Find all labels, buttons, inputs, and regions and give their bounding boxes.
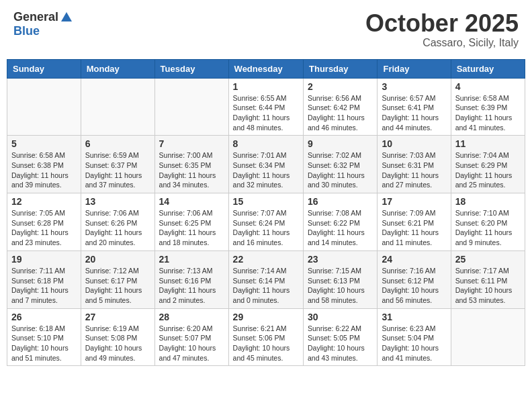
day-number: 11	[455, 138, 521, 149]
day-info: Sunrise: 7:01 AM Sunset: 6:34 PM Dayligh…	[233, 150, 299, 190]
day-info: Sunrise: 7:02 AM Sunset: 6:32 PM Dayligh…	[308, 150, 373, 190]
header-monday: Monday	[81, 59, 154, 78]
day-number: 30	[308, 312, 373, 322]
day-info: Sunrise: 7:10 AM Sunset: 6:20 PM Dayligh…	[455, 208, 521, 248]
table-row: 9Sunrise: 7:02 AM Sunset: 6:32 PM Daylig…	[304, 136, 378, 193]
day-info: Sunrise: 7:16 AM Sunset: 6:12 PM Dayligh…	[382, 266, 446, 306]
day-number: 8	[233, 138, 299, 149]
day-number: 4	[455, 81, 521, 92]
day-number: 7	[159, 138, 224, 149]
table-row: 30Sunrise: 6:22 AM Sunset: 5:05 PM Dayli…	[304, 308, 378, 366]
table-row: 12Sunrise: 7:05 AM Sunset: 6:28 PM Dayli…	[7, 193, 81, 251]
table-row: 22Sunrise: 7:14 AM Sunset: 6:14 PM Dayli…	[228, 250, 303, 308]
calendar-row: 12Sunrise: 7:05 AM Sunset: 6:28 PM Dayli…	[7, 193, 525, 251]
month-title: October 2025	[365, 10, 519, 37]
day-number: 24	[382, 254, 446, 265]
day-info: Sunrise: 7:06 AM Sunset: 6:25 PM Dayligh…	[159, 208, 224, 248]
day-info: Sunrise: 7:14 AM Sunset: 6:14 PM Dayligh…	[233, 266, 299, 306]
logo-blue-text: Blue	[13, 24, 40, 38]
day-number: 10	[382, 138, 446, 149]
day-number: 19	[11, 254, 77, 265]
day-info: Sunrise: 6:55 AM Sunset: 6:44 PM Dayligh…	[233, 93, 299, 133]
table-row: 28Sunrise: 6:20 AM Sunset: 5:07 PM Dayli…	[154, 308, 228, 366]
day-info: Sunrise: 7:05 AM Sunset: 6:28 PM Dayligh…	[11, 208, 77, 248]
table-row: 13Sunrise: 7:06 AM Sunset: 6:26 PM Dayli…	[81, 193, 154, 251]
header-sunday: Sunday	[7, 59, 81, 78]
day-number: 2	[308, 81, 373, 92]
day-info: Sunrise: 6:58 AM Sunset: 6:39 PM Dayligh…	[455, 93, 521, 133]
table-row: 14Sunrise: 7:06 AM Sunset: 6:25 PM Dayli…	[154, 193, 228, 251]
table-row: 15Sunrise: 7:07 AM Sunset: 6:24 PM Dayli…	[228, 193, 303, 251]
day-info: Sunrise: 7:06 AM Sunset: 6:26 PM Dayligh…	[85, 208, 150, 248]
day-number: 1	[233, 81, 299, 92]
logo: General Blue	[13, 10, 73, 38]
day-number: 12	[11, 196, 77, 207]
day-number: 29	[233, 312, 299, 322]
day-number: 9	[308, 138, 373, 149]
table-row: 11Sunrise: 7:04 AM Sunset: 6:29 PM Dayli…	[451, 136, 525, 193]
day-number: 25	[455, 254, 521, 265]
day-number: 26	[11, 312, 77, 322]
header-friday: Friday	[378, 59, 451, 78]
table-row: 3Sunrise: 6:57 AM Sunset: 6:41 PM Daylig…	[378, 78, 451, 136]
day-info: Sunrise: 7:03 AM Sunset: 6:31 PM Dayligh…	[382, 150, 446, 190]
calendar-row: 26Sunrise: 6:18 AM Sunset: 5:10 PM Dayli…	[7, 308, 525, 366]
day-info: Sunrise: 6:21 AM Sunset: 5:06 PM Dayligh…	[233, 324, 299, 363]
svg-marker-0	[61, 12, 72, 21]
calendar-row: 1Sunrise: 6:55 AM Sunset: 6:44 PM Daylig…	[7, 78, 525, 136]
day-number: 22	[233, 254, 299, 265]
table-row: 26Sunrise: 6:18 AM Sunset: 5:10 PM Dayli…	[7, 308, 81, 366]
day-info: Sunrise: 7:00 AM Sunset: 6:35 PM Dayligh…	[159, 150, 224, 190]
day-number: 23	[308, 254, 373, 265]
day-number: 31	[382, 312, 446, 322]
day-number: 6	[85, 138, 150, 149]
day-number: 18	[455, 196, 521, 207]
day-info: Sunrise: 6:22 AM Sunset: 5:05 PM Dayligh…	[308, 324, 373, 363]
day-info: Sunrise: 6:57 AM Sunset: 6:41 PM Dayligh…	[382, 93, 446, 133]
day-number: 21	[159, 254, 224, 265]
table-row: 29Sunrise: 6:21 AM Sunset: 5:06 PM Dayli…	[228, 308, 303, 366]
day-info: Sunrise: 7:09 AM Sunset: 6:21 PM Dayligh…	[382, 208, 446, 248]
table-row: 23Sunrise: 7:15 AM Sunset: 6:13 PM Dayli…	[304, 250, 378, 308]
calendar-row: 19Sunrise: 7:11 AM Sunset: 6:18 PM Dayli…	[7, 250, 525, 308]
table-row	[451, 308, 525, 366]
day-info: Sunrise: 6:19 AM Sunset: 5:08 PM Dayligh…	[85, 324, 150, 363]
table-row: 18Sunrise: 7:10 AM Sunset: 6:20 PM Dayli…	[451, 193, 525, 251]
page-header: General Blue October 2025 Cassaro, Sicil…	[7, 7, 525, 52]
table-row	[81, 78, 154, 136]
day-info: Sunrise: 6:56 AM Sunset: 6:42 PM Dayligh…	[308, 93, 373, 133]
header-saturday: Saturday	[451, 59, 525, 78]
day-number: 28	[159, 312, 224, 322]
day-info: Sunrise: 7:11 AM Sunset: 6:18 PM Dayligh…	[11, 266, 77, 306]
day-number: 3	[382, 81, 446, 92]
table-row: 24Sunrise: 7:16 AM Sunset: 6:12 PM Dayli…	[378, 250, 451, 308]
day-number: 5	[11, 138, 77, 149]
table-row: 17Sunrise: 7:09 AM Sunset: 6:21 PM Dayli…	[378, 193, 451, 251]
header-thursday: Thursday	[304, 59, 378, 78]
day-number: 14	[159, 196, 224, 207]
table-row: 8Sunrise: 7:01 AM Sunset: 6:34 PM Daylig…	[228, 136, 303, 193]
day-number: 13	[85, 196, 150, 207]
table-row: 10Sunrise: 7:03 AM Sunset: 6:31 PM Dayli…	[378, 136, 451, 193]
day-info: Sunrise: 6:23 AM Sunset: 5:04 PM Dayligh…	[382, 324, 446, 363]
table-row: 31Sunrise: 6:23 AM Sunset: 5:04 PM Dayli…	[378, 308, 451, 366]
day-info: Sunrise: 7:13 AM Sunset: 6:16 PM Dayligh…	[159, 266, 224, 306]
day-number: 16	[308, 196, 373, 207]
table-row: 27Sunrise: 6:19 AM Sunset: 5:08 PM Dayli…	[81, 308, 154, 366]
calendar-header-row: Sunday Monday Tuesday Wednesday Thursday…	[7, 59, 525, 78]
day-info: Sunrise: 7:12 AM Sunset: 6:17 PM Dayligh…	[85, 266, 150, 306]
calendar-table: Sunday Monday Tuesday Wednesday Thursday…	[7, 59, 525, 367]
location: Cassaro, Sicily, Italy	[365, 37, 519, 49]
day-info: Sunrise: 7:15 AM Sunset: 6:13 PM Dayligh…	[308, 266, 373, 306]
day-info: Sunrise: 6:59 AM Sunset: 6:37 PM Dayligh…	[85, 150, 150, 190]
table-row: 2Sunrise: 6:56 AM Sunset: 6:42 PM Daylig…	[304, 78, 378, 136]
table-row	[7, 78, 81, 136]
day-number: 20	[85, 254, 150, 265]
day-number: 15	[233, 196, 299, 207]
table-row: 4Sunrise: 6:58 AM Sunset: 6:39 PM Daylig…	[451, 78, 525, 136]
table-row: 1Sunrise: 6:55 AM Sunset: 6:44 PM Daylig…	[228, 78, 303, 136]
header-wednesday: Wednesday	[228, 59, 303, 78]
day-number: 17	[382, 196, 446, 207]
table-row: 21Sunrise: 7:13 AM Sunset: 6:16 PM Dayli…	[154, 250, 228, 308]
logo-icon	[60, 11, 73, 24]
